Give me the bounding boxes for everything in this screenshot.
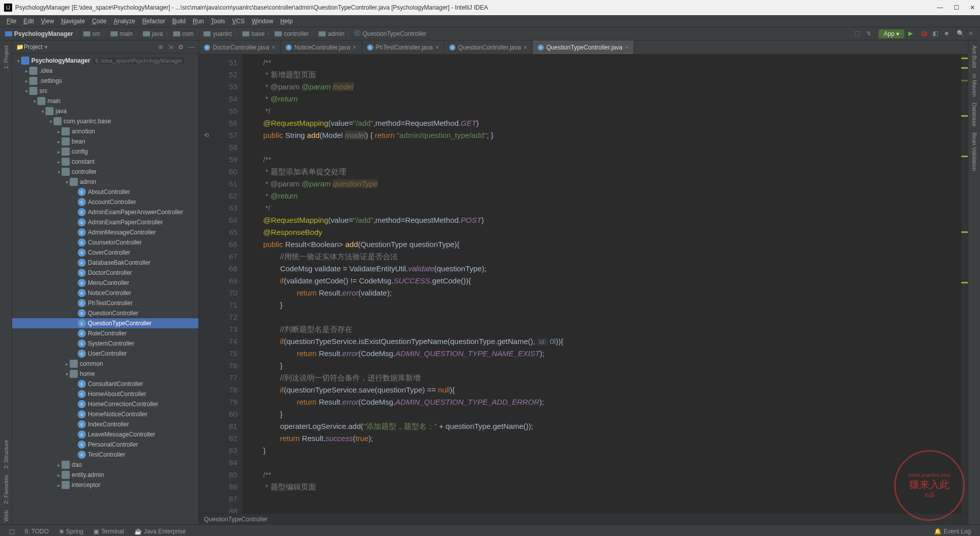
code-line[interactable]: @ResponseBody bbox=[246, 226, 961, 238]
bottom-spring[interactable]: ❀ Spring bbox=[54, 528, 89, 535]
debug-icon[interactable]: 🐞 bbox=[920, 30, 929, 38]
code-content[interactable]: /** * 新增题型页面 * @param @param model * @re… bbox=[242, 55, 961, 513]
menu-run[interactable]: Run bbox=[189, 18, 208, 25]
code-line[interactable]: /** bbox=[246, 57, 961, 69]
code-line[interactable]: public Result<Boolean> add(QuestionType … bbox=[246, 238, 961, 251]
tree-item-main[interactable]: ▾main bbox=[12, 96, 198, 106]
maximize-button[interactable]: ☐ bbox=[953, 4, 960, 11]
code-line[interactable]: * @return bbox=[246, 93, 961, 105]
target-icon[interactable]: ⊕ bbox=[158, 43, 163, 51]
stop-icon[interactable]: ■ bbox=[945, 30, 953, 38]
tree-item-phtestcontroller[interactable]: cPhTestController bbox=[12, 298, 198, 308]
menu-build[interactable]: Build bbox=[169, 18, 189, 25]
code-line[interactable]: /** bbox=[246, 469, 961, 481]
event-log[interactable]: 🔔 Event Log bbox=[929, 528, 976, 535]
breadcrumb-admin[interactable]: admin bbox=[317, 30, 346, 37]
code-line[interactable]: public String add(Model model) { return … bbox=[246, 129, 961, 141]
tool-web[interactable]: Web bbox=[2, 507, 10, 524]
close-button[interactable]: ✕ bbox=[969, 4, 976, 11]
code-line[interactable]: @RequestMapping(value="/add",method=Requ… bbox=[246, 214, 961, 226]
tree-item-com-yuanlrc-base[interactable]: ▾com.yuanlrc.base bbox=[12, 116, 198, 126]
editor-breadcrumb[interactable]: QuestionTypeController bbox=[199, 513, 968, 524]
breadcrumb-base[interactable]: base bbox=[240, 30, 267, 37]
code-line[interactable]: * @param @param questionType bbox=[246, 178, 961, 190]
close-icon[interactable]: × bbox=[625, 44, 629, 51]
tree-root[interactable]: ▾PsychologyManagerE:\idea_space\Psycholo… bbox=[12, 56, 198, 66]
select-config-icon[interactable]: ⬚ bbox=[854, 30, 862, 38]
code-line[interactable]: if(validate.getCode() != CodeMsg.SUCCESS… bbox=[246, 275, 961, 287]
code-line[interactable]: operaterLogService.add("添加题型，题型名：" + que… bbox=[246, 420, 961, 432]
code-line[interactable]: * 新增题型页面 bbox=[246, 69, 961, 81]
tab-questioncontroller[interactable]: cQuestionController.java× bbox=[444, 40, 533, 54]
code-line[interactable]: } bbox=[246, 445, 961, 457]
code-line[interactable]: } bbox=[246, 408, 961, 420]
tree-item-adminexampaperanswercontroller[interactable]: cAdminExamPaperAnswerController bbox=[12, 207, 198, 217]
hide-icon[interactable]: — bbox=[188, 43, 194, 51]
tree-item-doctorcontroller[interactable]: cDoctorController bbox=[12, 268, 198, 278]
tab-phtestcontroller[interactable]: cPhTestController.java× bbox=[362, 40, 444, 54]
tree-item-counselorcontroller[interactable]: cCounselorController bbox=[12, 237, 198, 248]
breadcrumb-java[interactable]: java bbox=[141, 30, 165, 37]
menu-view[interactable]: View bbox=[37, 18, 58, 25]
breadcrumb-com[interactable]: com bbox=[171, 30, 196, 37]
bottom-terminal[interactable]: ▣ Terminal bbox=[88, 528, 129, 535]
tree-item-usercontroller[interactable]: cUserController bbox=[12, 349, 198, 359]
tree-item-homeaboutcontroller[interactable]: cHomeAboutController bbox=[12, 389, 198, 399]
close-icon[interactable]: × bbox=[435, 44, 439, 51]
tree-item-systemcontroller[interactable]: cSystemController bbox=[12, 338, 198, 349]
tree-item-constant[interactable]: ▸constant bbox=[12, 157, 198, 167]
menu-navigate[interactable]: Navigate bbox=[58, 18, 88, 25]
menu-refactor[interactable]: Refactor bbox=[139, 18, 169, 25]
tree-item-databasebakcontroller[interactable]: cDatabaseBakController bbox=[12, 258, 198, 268]
tree-item-consultantcontroller[interactable]: cConsultantController bbox=[12, 379, 198, 389]
code-line[interactable] bbox=[246, 311, 961, 323]
code-line[interactable]: /** bbox=[246, 154, 961, 166]
menu-tools[interactable]: Tools bbox=[208, 18, 229, 25]
close-icon[interactable]: × bbox=[524, 44, 527, 51]
close-icon[interactable]: × bbox=[272, 44, 275, 51]
bottom-java-enterprise[interactable]: ☕ Java Enterprise bbox=[129, 528, 191, 535]
code-line[interactable]: if(questionTypeService.save(questionType… bbox=[246, 384, 961, 396]
tree-item-questiontypecontroller[interactable]: cQuestionTypeController bbox=[12, 318, 198, 328]
breadcrumb-class[interactable]: QuestionTypeController bbox=[204, 516, 268, 523]
code-line[interactable]: * 题型编辑页面 bbox=[246, 481, 961, 493]
menu-file[interactable]: File bbox=[3, 18, 20, 25]
search-icon[interactable]: 🔍 bbox=[957, 30, 965, 38]
tree-item-homecorrectioncontroller[interactable]: cHomeCorrectionController bbox=[12, 399, 198, 409]
tree-item-adminexampapercontroller[interactable]: cAdminExamPaperController bbox=[12, 217, 198, 227]
bottom-todo[interactable]: 6: TODO bbox=[20, 528, 54, 535]
code-area[interactable]: ⟲ 51525354555657585960616263646566676869… bbox=[199, 55, 968, 513]
tree-item--idea[interactable]: ▸.idea bbox=[12, 66, 198, 76]
code-line[interactable]: */ bbox=[246, 105, 961, 117]
gear-icon[interactable]: ✿ bbox=[178, 43, 183, 51]
tree-item--settings[interactable]: ▸.settings bbox=[12, 76, 198, 86]
code-line[interactable]: //用统一验证实体方法验证是否合法 bbox=[246, 251, 961, 263]
menu-edit[interactable]: Edit bbox=[20, 18, 37, 25]
code-line[interactable]: */ bbox=[246, 202, 961, 214]
tree-item-personalcontroller[interactable]: cPersonalController bbox=[12, 440, 198, 450]
tree-item-testcontroller[interactable]: cTestController bbox=[12, 450, 198, 460]
menu-code[interactable]: Code bbox=[88, 18, 110, 25]
code-line[interactable]: } bbox=[246, 299, 961, 311]
code-line[interactable] bbox=[246, 493, 961, 505]
tree-item-menucontroller[interactable]: cMenuController bbox=[12, 278, 198, 288]
tree-item-noticecontroller[interactable]: cNoticeController bbox=[12, 288, 198, 298]
tree-item-covercontroller[interactable]: cCoverController bbox=[12, 248, 198, 258]
tree-item-bean[interactable]: ▸bean bbox=[12, 136, 198, 147]
code-line[interactable]: //到这说明一切符合条件，进行数据库新增 bbox=[246, 372, 961, 384]
code-line[interactable]: } bbox=[246, 360, 961, 372]
coverage-icon[interactable]: ◧ bbox=[933, 30, 941, 38]
code-line[interactable]: //判断题型名是否存在 bbox=[246, 323, 961, 335]
tab-questiontypecontroller[interactable]: cQuestionTypeController.java× bbox=[533, 40, 634, 54]
code-line[interactable]: return Result.error(CodeMsg.ADMIN_QUESTI… bbox=[246, 348, 961, 360]
code-line[interactable]: if(questionTypeService.isExistQuestionTy… bbox=[246, 335, 961, 348]
tab-doctorcontroller[interactable]: cDoctorController.java× bbox=[199, 40, 281, 54]
run-icon[interactable]: ▶ bbox=[908, 30, 916, 38]
breadcrumb-yuanlrc[interactable]: yuanlrc bbox=[201, 30, 234, 37]
tree-item-entity-admin[interactable]: ▸entity.admin bbox=[12, 470, 198, 480]
tool-bean-validation[interactable]: Bean Validation bbox=[970, 129, 978, 174]
tree-item-controller[interactable]: ▾controller bbox=[12, 167, 198, 177]
tree-item-config[interactable]: ▸config bbox=[12, 147, 198, 157]
tree-item-accountcontroller[interactable]: cAccountController bbox=[12, 197, 198, 207]
tree-item-leavemessagecontroller[interactable]: cLeaveMessageController bbox=[12, 429, 198, 440]
